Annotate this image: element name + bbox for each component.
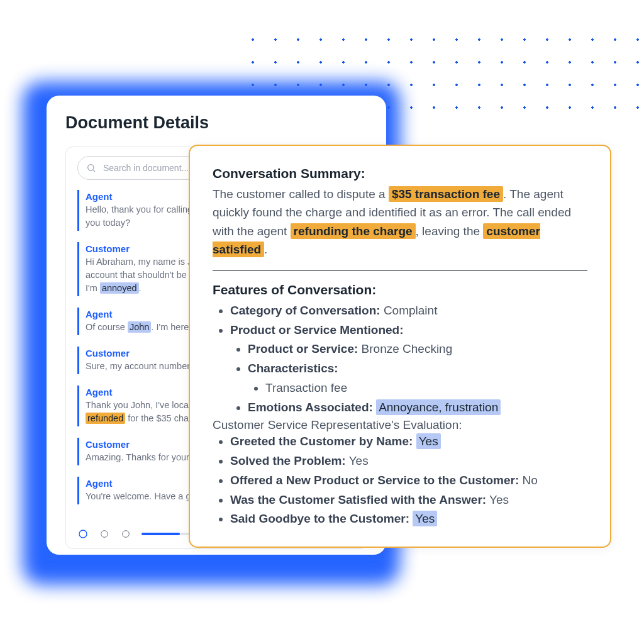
- text-segment: The customer called to dispute a: [213, 187, 389, 201]
- highlight-blue: annoyed: [100, 282, 139, 294]
- text-segment: .: [139, 283, 142, 293]
- highlight-blue: John: [128, 321, 151, 333]
- svg-line-1: [93, 170, 95, 172]
- feature-product-name: Product or Service: Bronze Checking: [248, 340, 587, 359]
- svg-point-4: [123, 531, 130, 538]
- conversation-features: Features of Conversation: Category of Co…: [213, 282, 587, 529]
- text-segment: .: [264, 243, 267, 256]
- conversation-summary-card: Conversation Summary: The customer calle…: [189, 145, 611, 548]
- greeted-value: Yes: [416, 433, 441, 449]
- svg-point-0: [88, 165, 94, 170]
- highlight-orange: refunding the charge: [291, 223, 416, 239]
- emotions-label: Emotions Associated:: [248, 401, 373, 414]
- characteristic-text: Transaction fee: [265, 381, 347, 394]
- summary-divider: [213, 270, 587, 271]
- solved-label: Solved the Problem:: [230, 454, 346, 467]
- text-segment: , leaving the: [416, 225, 484, 238]
- category-label: Category of Conversation:: [230, 304, 380, 317]
- eval-satisfied: Was the Customer Satisfied with the Answ…: [230, 491, 587, 510]
- product-mentioned-label: Product or Service Mentioned:: [230, 323, 404, 336]
- highlight-orange: refunded: [86, 413, 125, 424]
- svg-point-3: [101, 531, 108, 538]
- goodbye-label: Said Goodbye to the Customer:: [230, 512, 409, 525]
- audio-progress-fill: [142, 533, 180, 535]
- summary-heading: Conversation Summary:: [213, 166, 587, 181]
- eval-solved: Solved the Problem: Yes: [230, 452, 587, 471]
- solved-value: Yes: [349, 454, 369, 467]
- features-heading: Features of Conversation:: [213, 282, 587, 297]
- eval-offered: Offered a New Product or Service to the …: [230, 471, 587, 491]
- satisfied-label: Was the Customer Satisfied with the Answ…: [230, 493, 486, 506]
- highlight-orange: $35 transaction fee: [389, 186, 503, 202]
- category-value: Complaint: [384, 304, 438, 317]
- feature-emotions: Emotions Associated: Annoyance, frustrat…: [248, 398, 587, 418]
- feature-product-mentioned: Product or Service Mentioned: Product or…: [230, 321, 587, 418]
- document-details-title: Document Details: [65, 113, 367, 133]
- text-segment: Of course: [86, 322, 128, 332]
- feature-characteristics: Characteristics: Transaction fee: [248, 359, 587, 398]
- greeted-label: Greeted the Customer by Name:: [230, 435, 413, 448]
- feature-category: Category of Conversation: Complaint: [230, 301, 587, 321]
- product-sub-value: Bronze Checking: [362, 342, 453, 355]
- eval-greeted: Greeted the Customer by Name: Yes: [230, 432, 587, 452]
- summary-text: The customer called to dispute a $35 tra…: [213, 185, 587, 259]
- characteristics-label: Characteristics:: [248, 362, 338, 375]
- text-segment: I'm: [86, 283, 100, 293]
- text-segment: you today?: [86, 218, 130, 228]
- offered-label: Offered a New Product or Service to the …: [230, 474, 519, 487]
- characteristic-value: Transaction fee: [265, 379, 587, 398]
- eval-goodbye: Said Goodbye to the Customer: Yes: [230, 509, 587, 529]
- satisfied-value: Yes: [489, 493, 509, 506]
- goodbye-value: Yes: [413, 511, 437, 526]
- svg-point-2: [79, 530, 87, 538]
- offered-value: No: [523, 474, 538, 487]
- play-pause-button[interactable]: [77, 528, 89, 540]
- evaluation-heading: Customer Service Representative's Evalua…: [213, 418, 587, 432]
- search-icon: [86, 163, 96, 173]
- emotions-value: Annoyance, frustration: [376, 399, 501, 415]
- forward-15-button[interactable]: [120, 528, 131, 540]
- rewind-15-button[interactable]: [99, 528, 110, 540]
- product-sub-label: Product or Service:: [248, 342, 358, 355]
